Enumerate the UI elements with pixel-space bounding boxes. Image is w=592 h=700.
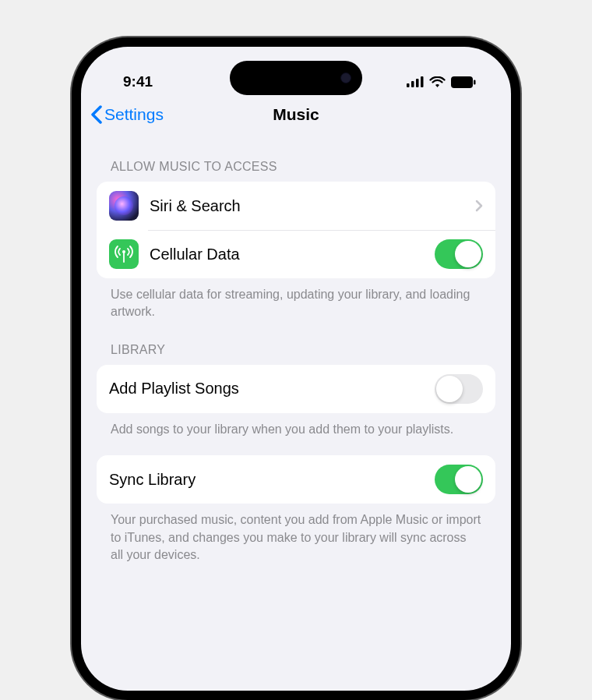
cellular-signal-icon xyxy=(407,76,424,87)
settings-content: ALLOW MUSIC TO ACCESS Siri & Search xyxy=(81,138,511,564)
nav-bar: Settings Music xyxy=(81,97,511,138)
battery-icon xyxy=(451,76,476,88)
add-playlist-row: Add Playlist Songs xyxy=(97,365,495,413)
phone-screen: 9:41 xyxy=(81,47,511,691)
phone-frame: 9:41 xyxy=(72,37,520,700)
sync-library-group: Sync Library xyxy=(97,455,495,504)
camera-icon xyxy=(340,72,351,83)
siri-icon xyxy=(109,191,139,221)
svg-rect-0 xyxy=(407,83,410,87)
svg-rect-1 xyxy=(411,81,414,87)
page-title: Music xyxy=(273,105,319,124)
siri-search-row[interactable]: Siri & Search xyxy=(97,182,495,230)
back-label: Settings xyxy=(104,105,164,124)
cellular-label: Cellular Data xyxy=(150,246,435,263)
antenna-icon xyxy=(109,239,139,269)
cellular-data-toggle[interactable] xyxy=(435,239,483,269)
cellular-data-row: Cellular Data xyxy=(97,230,495,278)
sync-library-row: Sync Library xyxy=(97,455,495,504)
svg-rect-5 xyxy=(474,80,476,84)
add-playlist-footer: Add songs to your library when you add t… xyxy=(97,413,495,438)
siri-label: Siri & Search xyxy=(150,197,475,215)
section-header-library: LIBRARY xyxy=(97,321,495,365)
add-playlist-group: Add Playlist Songs xyxy=(97,365,495,413)
sync-label: Sync Library xyxy=(109,471,435,489)
chevron-right-icon xyxy=(475,200,483,212)
svg-rect-3 xyxy=(421,76,424,87)
sync-footer: Your purchased music, content you add fr… xyxy=(97,504,495,564)
add-playlist-toggle[interactable] xyxy=(435,374,483,404)
svg-rect-2 xyxy=(416,79,419,87)
access-group: Siri & Search xyxy=(97,182,495,278)
section-header-access: ALLOW MUSIC TO ACCESS xyxy=(97,138,495,182)
add-playlist-label: Add Playlist Songs xyxy=(109,380,435,398)
dynamic-island xyxy=(230,61,362,95)
svg-rect-4 xyxy=(451,76,473,88)
access-footer: Use cellular data for streaming, updatin… xyxy=(97,278,495,321)
sync-library-toggle[interactable] xyxy=(435,465,483,494)
wifi-icon xyxy=(429,76,446,88)
chevron-left-icon xyxy=(90,105,103,124)
back-button[interactable]: Settings xyxy=(90,105,164,124)
status-time: 9:41 xyxy=(123,73,153,90)
status-indicators xyxy=(407,76,476,88)
